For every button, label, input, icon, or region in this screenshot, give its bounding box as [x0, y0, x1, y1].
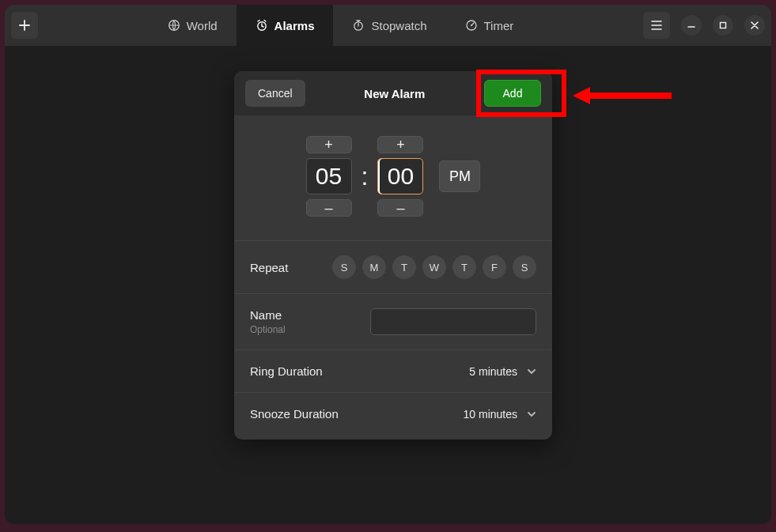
name-label: Name	[250, 308, 282, 322]
time-separator: :	[362, 162, 369, 191]
hour-decrement-button[interactable]: –	[306, 199, 352, 217]
minute-column: + 00 –	[377, 136, 423, 217]
new-alarm-dialog: Cancel New Alarm Add + 05 – : + 00 – PM	[234, 71, 552, 440]
new-tab-button[interactable]	[11, 12, 38, 39]
menu-button[interactable]	[643, 12, 670, 39]
stopwatch-icon	[352, 19, 365, 32]
ring-duration-dropdown[interactable]: 5 minutes	[469, 365, 536, 378]
day-tuesday[interactable]: T	[392, 255, 416, 279]
tab-timer-label: Timer	[484, 19, 514, 32]
hour-input[interactable]: 05	[306, 158, 352, 194]
dialog-title: New Alarm	[364, 87, 425, 100]
day-monday[interactable]: M	[362, 255, 386, 279]
maximize-icon	[719, 21, 727, 29]
snooze-duration-dropdown[interactable]: 10 minutes	[464, 408, 536, 421]
alarm-icon	[256, 19, 268, 32]
chevron-down-icon	[527, 411, 536, 417]
ampm-toggle[interactable]: PM	[439, 160, 480, 192]
tab-bar: World Alarms Stopwatch Timer	[149, 5, 533, 46]
day-sunday[interactable]: S	[332, 255, 356, 279]
globe-icon	[168, 19, 180, 32]
tab-world-label: World	[187, 19, 218, 32]
name-input[interactable]	[370, 308, 536, 335]
tab-world[interactable]: World	[149, 5, 237, 46]
maximize-button[interactable]	[713, 15, 733, 36]
chevron-down-icon	[527, 368, 536, 375]
timer-icon	[465, 19, 478, 32]
window-controls	[643, 12, 765, 39]
close-button[interactable]	[744, 15, 765, 36]
svg-marker-7	[573, 87, 590, 104]
hour-column: + 05 –	[306, 136, 352, 217]
ring-duration-value: 5 minutes	[469, 365, 517, 378]
snooze-duration-section: Snooze Duration 10 minutes	[234, 393, 552, 440]
repeat-section: Repeat S M T W T F S	[234, 241, 552, 294]
name-hint: Optional	[250, 324, 286, 335]
time-picker: + 05 – : + 00 – PM	[234, 115, 552, 241]
svg-rect-5	[721, 23, 726, 28]
dialog-header: Cancel New Alarm Add	[234, 71, 552, 115]
cancel-button[interactable]: Cancel	[245, 80, 305, 107]
snooze-duration-label: Snooze Duration	[250, 407, 339, 421]
minimize-button[interactable]	[681, 15, 702, 36]
day-thursday[interactable]: T	[452, 255, 476, 279]
plus-icon	[19, 20, 30, 31]
name-section: Name Optional	[234, 294, 552, 350]
tab-stopwatch-label: Stopwatch	[371, 19, 426, 32]
minute-input[interactable]: 00	[377, 158, 423, 194]
tab-alarms-label: Alarms	[274, 19, 315, 32]
svg-point-4	[471, 25, 472, 26]
tab-timer[interactable]: Timer	[446, 5, 533, 46]
day-friday[interactable]: F	[483, 255, 506, 279]
day-wednesday[interactable]: W	[422, 255, 446, 279]
ring-duration-section: Ring Duration 5 minutes	[234, 350, 552, 393]
tab-alarms[interactable]: Alarms	[237, 5, 334, 46]
ring-duration-label: Ring Duration	[250, 364, 323, 378]
tab-stopwatch[interactable]: Stopwatch	[333, 5, 445, 46]
add-button[interactable]: Add	[484, 80, 541, 107]
repeat-label: Repeat	[250, 261, 288, 274]
minute-decrement-button[interactable]: –	[377, 199, 423, 217]
day-saturday[interactable]: S	[513, 255, 536, 279]
minute-increment-button[interactable]: +	[377, 136, 423, 153]
titlebar: World Alarms Stopwatch Timer	[5, 5, 771, 46]
snooze-duration-value: 10 minutes	[464, 408, 517, 421]
app-window: World Alarms Stopwatch Timer	[5, 5, 771, 524]
hour-increment-button[interactable]: +	[306, 136, 352, 153]
hamburger-icon	[651, 21, 662, 30]
day-buttons: S M T W T F S	[332, 255, 536, 279]
arrow-annotation	[573, 84, 676, 108]
close-icon	[751, 21, 759, 29]
minimize-icon	[687, 21, 695, 29]
